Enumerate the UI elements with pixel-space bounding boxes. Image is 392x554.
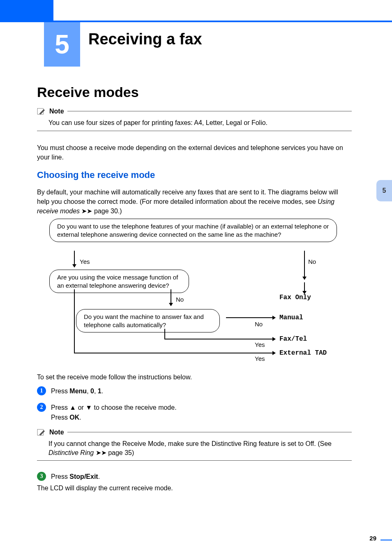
s2-mid: or — [76, 404, 85, 411]
s3-post: . — [98, 473, 100, 480]
chapter-number-block: 5 — [44, 22, 80, 67]
flow-connector-v2 — [74, 289, 75, 353]
pencil-note-icon — [37, 108, 46, 115]
step-bullet-2: 2 — [37, 403, 46, 412]
note-2-body: If you cannot change the Receive Mode, m… — [48, 439, 352, 457]
intro-p2-text-b: page 30.) — [92, 208, 122, 215]
s2-ok-key: OK — [69, 414, 79, 421]
thumb-tab-number: 5 — [383, 187, 386, 194]
pencil-note-icon — [37, 429, 46, 436]
chapter-number: 5 — [55, 29, 69, 60]
mode-manual: Manual — [279, 314, 303, 321]
step-3-text: Press Stop/Exit. — [51, 472, 100, 482]
header-accent-block — [0, 0, 53, 21]
flow-label-no-1: No — [308, 258, 316, 265]
flow-question-3: Do you want the machine to answer fax an… — [76, 309, 220, 332]
step-bullet-1: 1 — [37, 386, 46, 395]
note-rule-top — [67, 432, 352, 432]
s2-post1: to choose the receive mode. — [92, 404, 176, 411]
step-1-text: Press Menu, 0, 1. — [51, 386, 103, 396]
flow-arrow-q1-no — [304, 251, 305, 279]
subsection-title: Choosing the receive mode — [37, 170, 155, 180]
flow-arrow-to-fax-only — [304, 282, 305, 294]
flow-connector-v1 — [164, 329, 165, 339]
step-2: 2 Press ▲ or ▼ to choose the receive mod… — [37, 403, 352, 422]
flow-arrow-q2-yes — [74, 353, 275, 353]
final-paragraph: The LCD will display the current receive… — [37, 485, 173, 492]
see-arrow-icon: ➤➤ — [80, 208, 92, 215]
note-rule-bottom — [37, 131, 352, 131]
s2-line2-post: . — [79, 414, 81, 421]
down-arrow-icon: ▼ — [85, 404, 92, 411]
mode-fax-only: Fax Only — [279, 294, 311, 301]
section-title: Receive modes — [37, 84, 139, 100]
s1-menu-key: Menu — [69, 388, 87, 395]
flow-arrow-q2-no — [171, 289, 171, 306]
step-1: 1 Press Menu, 0, 1. — [37, 386, 352, 396]
flow-label-no-3: No — [255, 321, 263, 328]
note2-post: page 35) — [106, 449, 134, 456]
flow-label-yes-1: Yes — [80, 258, 90, 265]
flow-arrow-q1-yes — [74, 251, 75, 267]
s2-pre: Press — [51, 404, 69, 411]
s1-pre: Press — [51, 388, 69, 395]
note-rule-bottom — [37, 460, 352, 461]
see-arrow-icon: ➤➤ — [94, 449, 106, 456]
step-num-1: 1 — [40, 388, 43, 394]
chapter-title: Receiving a fax — [88, 30, 202, 48]
flow-question-1: Do you want to use the telephone feature… — [49, 219, 337, 242]
note2-pre: If you cannot change the Receive Mode, m… — [48, 440, 332, 447]
step-2-text: Press ▲ or ▼ to choose the receive mode.… — [51, 403, 177, 422]
intro-paragraph-2: By default, your machine will automatica… — [37, 187, 341, 216]
up-arrow-icon: ▲ — [69, 404, 76, 411]
s1-mid1: , — [87, 388, 90, 395]
s3-stopexit-key: Stop/Exit — [69, 473, 98, 480]
intro-p2-text-a: By default, your machine will automatica… — [37, 189, 338, 205]
step-bullet-3: 3 — [37, 472, 46, 481]
step-3: 3 Press Stop/Exit. — [37, 472, 352, 482]
s2-line2-pre: Press — [51, 414, 69, 421]
step-num-3: 3 — [40, 473, 43, 480]
note-callout-2: Note If you cannot change the Receive Mo… — [37, 429, 352, 461]
note-body: You can use four sizes of paper for prin… — [48, 118, 352, 127]
mode-fax-tel: Fax/Tel — [279, 335, 307, 343]
note-rule-top — [67, 111, 352, 111]
s1-post: . — [101, 388, 103, 395]
s3-pre: Press — [51, 473, 69, 480]
s1-zero-key: 0 — [90, 388, 94, 395]
receive-mode-flowchart: Do you want to use the telephone feature… — [37, 219, 352, 362]
flow-label-yes-3: Yes — [255, 355, 265, 362]
note-label: Note — [49, 429, 64, 436]
step-num-2: 2 — [40, 404, 43, 411]
note2-link[interactable]: Distinctive Ring — [48, 449, 94, 456]
flow-question-2: Are you using the voice message function… — [49, 270, 189, 293]
flow-label-yes-2: Yes — [255, 341, 265, 348]
note-label: Note — [49, 108, 64, 115]
flow-arrow-q3-no — [226, 317, 275, 318]
s1-mid2: , — [94, 388, 98, 395]
side-thumb-tab: 5 — [376, 180, 392, 201]
note-callout-1: Note You can use four sizes of paper for… — [37, 108, 352, 131]
instructions-intro: To set the receive mode follow the instr… — [37, 372, 352, 382]
mode-external-tad: External TAD — [279, 349, 327, 357]
page-number: 29 — [369, 535, 376, 542]
flow-label-no-2: No — [176, 296, 184, 303]
page-number-bar — [380, 539, 392, 541]
intro-paragraph-1: You must choose a receive mode depending… — [37, 143, 352, 162]
flow-arrow-q3-yes — [164, 339, 275, 339]
s1-one-key: 1 — [98, 388, 101, 395]
